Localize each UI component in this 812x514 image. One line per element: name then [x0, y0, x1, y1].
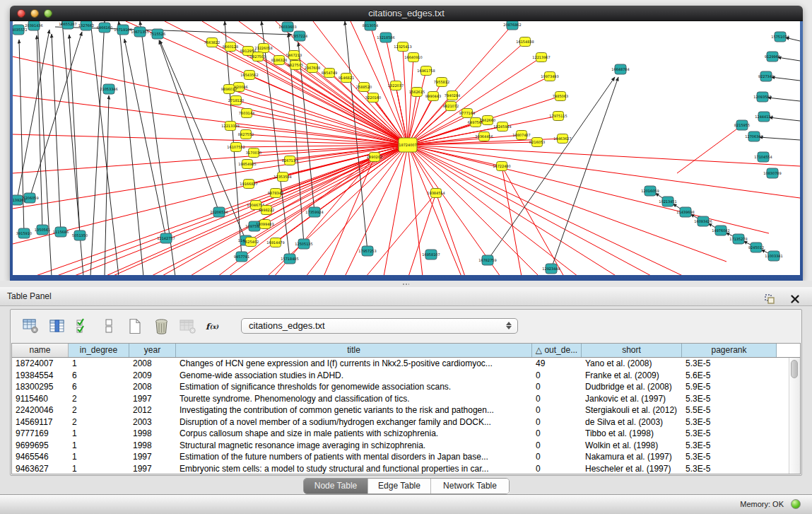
graph-edge[interactable] — [90, 21, 119, 275]
tab-node-table[interactable]: Node Table — [304, 479, 367, 493]
graph-node[interactable]: 7515526 — [150, 29, 165, 39]
graph-node[interactable]: 21053346 — [100, 84, 117, 94]
graph-node[interactable]: 9827505 — [288, 61, 303, 70]
graph-node[interactable]: 8660128 — [223, 42, 238, 52]
graph-node[interactable]: 1498222 — [259, 206, 274, 215]
graph-node[interactable]: 17957253 — [358, 246, 376, 256]
graph-edge[interactable] — [408, 193, 436, 275]
graph-edge[interactable] — [767, 98, 800, 101]
graph-node[interactable]: 12706343 — [745, 132, 763, 141]
float-panel-icon[interactable] — [761, 291, 778, 308]
graph-node[interactable]: 7625402 — [243, 238, 259, 247]
graph-edge[interactable] — [159, 40, 219, 212]
graph-node[interactable]: 8215955 — [734, 120, 750, 130]
table-row[interactable]: 946362711997Embryonic stem cells: a mode… — [12, 463, 800, 474]
graph-edge[interactable] — [408, 145, 800, 166]
network-canvas[interactable]: 1872400724035572203914361065528713276626… — [13, 21, 800, 275]
graph-node[interactable]: 12444134 — [755, 112, 772, 122]
graph-node[interactable]: 20391436 — [25, 21, 42, 30]
graph-node[interactable]: 1327662 — [78, 21, 94, 30]
graph-edge[interactable] — [69, 35, 80, 235]
graph-node[interactable]: 7940284 — [445, 91, 460, 100]
graph-edge[interactable] — [777, 57, 800, 61]
graph-node[interactable]: 8454749 — [322, 69, 337, 78]
graph-edge[interactable] — [769, 117, 800, 121]
graph-node[interactable]: 19384554 — [427, 189, 445, 198]
graph-node[interactable]: 19463627 — [553, 134, 571, 144]
graph-node[interactable]: 16958107 — [422, 250, 440, 259]
delete-rows-trash-icon[interactable] — [153, 317, 170, 334]
panel-splitter[interactable] — [0, 281, 812, 287]
graph-node[interactable]: 9821072 — [443, 102, 459, 111]
graph-edge[interactable] — [403, 47, 408, 145]
graph-node[interactable]: 6216053 — [529, 138, 545, 147]
graph-node[interactable]: 7955812 — [434, 78, 449, 87]
graph-node[interactable]: 17104554 — [754, 152, 772, 162]
graph-node[interactable]: 2367608 — [305, 64, 320, 73]
table-row[interactable]: 969969511998Structural magnetic resonanc… — [12, 440, 800, 452]
graph-node[interactable]: 7857224 — [292, 31, 307, 41]
graph-edge[interactable] — [408, 145, 769, 233]
graph-node[interactable]: 19166827 — [240, 180, 257, 189]
graph-node[interactable]: 8186328 — [271, 56, 287, 65]
graph-node[interactable]: 12505135 — [295, 239, 312, 249]
column-header-short[interactable]: short — [582, 344, 682, 357]
function-builder-icon[interactable]: f (x) — [205, 317, 222, 334]
graph-node[interactable]: 3170030 — [246, 148, 261, 158]
graph-node[interactable]: 11439698 — [676, 207, 694, 217]
graph-node[interactable]: 9990443 — [425, 92, 441, 101]
graph-node[interactable]: 9129966 — [765, 52, 780, 62]
graph-node[interactable]: 9827503 — [250, 52, 266, 62]
table-row[interactable]: 946554611997Estimation of the future num… — [12, 451, 800, 463]
graph-node[interactable]: 3220160 — [365, 93, 381, 103]
graph-edge[interactable] — [408, 145, 684, 275]
graph-node[interactable]: 7663822 — [204, 38, 220, 47]
graph-node[interactable]: 16648784 — [611, 64, 629, 74]
graph-node[interactable]: 7462660 — [480, 116, 495, 125]
graph-node[interactable]: 9457791 — [234, 252, 249, 262]
graph-node[interactable]: 12353594 — [273, 173, 291, 182]
table-row[interactable]: 1456911722003Disruption of a novel membe… — [12, 416, 800, 428]
column-header-in_degree[interactable]: in_degree — [69, 344, 129, 357]
graph-node[interactable]: 12213967 — [532, 53, 550, 62]
graph-node[interactable]: 23226058 — [254, 44, 272, 53]
graph-edge[interactable] — [105, 95, 109, 275]
new-table-icon[interactable] — [126, 317, 143, 334]
window-titlebar[interactable]: citations_edges.txt — [10, 6, 803, 21]
select-all-icon[interactable] — [74, 317, 91, 334]
graph-edge[interactable] — [312, 68, 408, 145]
column-header-title[interactable]: title — [176, 344, 532, 357]
graph-edge[interactable] — [502, 166, 522, 275]
graph-node[interactable]: 1322037 — [388, 81, 404, 90]
graph-node[interactable]: 16107552 — [227, 143, 245, 152]
graph-edge[interactable] — [165, 21, 408, 145]
column-header-name[interactable]: name — [12, 344, 69, 357]
graph-node[interactable]: 9146821 — [339, 74, 354, 83]
column-header-pagerank[interactable]: pagerank — [682, 344, 777, 357]
graph-edge[interactable] — [239, 87, 408, 145]
table-row[interactable]: 911546021997Tourette syndrome. Phenomeno… — [12, 393, 800, 405]
tab-network-table[interactable]: Network Table — [430, 479, 509, 493]
graph-node[interactable]: 1350561 — [35, 225, 50, 235]
graph-edge[interactable] — [17, 30, 49, 200]
graph-node[interactable]: 9777169 — [459, 109, 475, 118]
graph-node[interactable]: 5051350 — [72, 230, 88, 240]
graph-node[interactable]: 20876862 — [503, 21, 521, 30]
scrollbar-thumb[interactable] — [791, 360, 798, 378]
table-row[interactable]: 977716911998Corpus callosum shape and si… — [12, 428, 800, 440]
tab-edge-table[interactable]: Edge Table — [367, 479, 430, 493]
graph-node[interactable]: 15718485 — [281, 254, 298, 264]
graph-node[interactable]: 1562615 — [409, 88, 425, 97]
graph-node[interactable]: 8267130 — [282, 156, 298, 165]
graph-edge[interactable] — [366, 193, 436, 275]
network-svg[interactable]: 1872400724035572203914361065528713276626… — [13, 21, 800, 275]
graph-node[interactable]: 9227343 — [758, 71, 774, 81]
graph-edge[interactable] — [408, 145, 726, 262]
table-row[interactable]: 2242004622012Investigating the contribut… — [12, 404, 800, 416]
graph-node[interactable]: 3915910 — [16, 228, 32, 238]
table-row[interactable]: 1938455462009Genome-wide association stu… — [12, 370, 800, 382]
graph-node[interactable]: 13218586 — [377, 33, 394, 42]
graph-node[interactable]: 16961758 — [417, 66, 435, 76]
graph-node[interactable]: 8878342 — [268, 189, 283, 198]
graph-node[interactable]: 16033603 — [278, 22, 296, 32]
